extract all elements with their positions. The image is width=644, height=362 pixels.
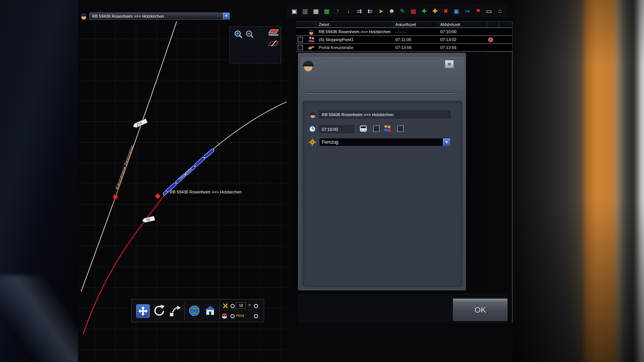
hand-tool-icon[interactable]: ➤	[376, 6, 386, 16]
table-row-service[interactable]: RB 59436 Rosenheim >>> Holzkirchen --:--…	[296, 28, 512, 36]
gradient-marker-lower-value: 70	[146, 218, 150, 222]
light-streak	[0, 275, 78, 362]
driver-avatar	[308, 28, 315, 36]
stop-marker-icon	[488, 37, 493, 43]
display-radio-3[interactable]	[231, 314, 235, 318]
row-zielort: (S) StoppingPoint1	[319, 37, 393, 42]
grid-icon[interactable]: ▦	[311, 6, 321, 16]
ok-button[interactable]: OK	[453, 298, 508, 321]
timetable-header: Zielort Ankunftszeit Abfahrtszeit	[296, 21, 512, 28]
row-abfahrtszeit: 07:13:56	[440, 45, 456, 50]
row-zielort: RB 59436 Rosenheim >>> Holzkirchen	[319, 29, 393, 34]
properties-icon[interactable]: ▣	[452, 6, 461, 16]
edit-icon[interactable]: ✎	[398, 6, 407, 16]
crossed-tools-icon[interactable]	[222, 303, 228, 309]
shift-right-icon[interactable]: ⇉	[355, 6, 364, 16]
add-service-icon[interactable]: ✚	[420, 6, 429, 16]
panel-edge-line	[512, 21, 513, 323]
column-ankunftszeit: Ankunftszeit	[395, 23, 416, 27]
delete-icon[interactable]: ▥	[301, 6, 310, 16]
row-abfahrtszeit: 07:13:02	[440, 37, 456, 42]
rotate-view-button[interactable]	[153, 304, 166, 317]
texture-grid-icon[interactable]: ▩	[409, 6, 418, 16]
map-panel[interactable]: 274 70 Kreuzstrasse Destination Kreuzstr…	[78, 21, 287, 362]
map-toolbar: 18 8 TS14	[131, 299, 264, 322]
timetable-rows: RB 59436 Rosenheim >>> Holzkirchen --:--…	[296, 28, 512, 52]
counter-label: 8	[249, 303, 251, 307]
row-zielort: Portal Kreuzstraße	[319, 45, 393, 50]
hand-icon	[308, 45, 315, 51]
track-right	[165, 102, 287, 193]
route-selector-dropdown[interactable]: RB 59436 Rosenheim >>> Holzkirchen ▼	[89, 12, 230, 20]
display-radio-2[interactable]	[254, 304, 258, 308]
passengers-option-checkbox[interactable]	[397, 126, 404, 132]
route-marker-dot[interactable]	[113, 195, 118, 199]
departure-time-input[interactable]	[319, 125, 354, 133]
zoom-out-button[interactable]	[245, 29, 255, 39]
edit-area-button[interactable]	[268, 40, 279, 48]
background-scene-left	[0, 0, 78, 362]
editor-screen: 274 70 Kreuzstrasse Destination Kreuzstr…	[0, 0, 644, 362]
passengers-icon[interactable]	[383, 124, 392, 132]
ruler-icon[interactable]: ▭	[484, 6, 494, 16]
table-row-stop[interactable]: (S) StoppingPoint1 07:11:05 07:13:02	[296, 36, 512, 44]
track-destination-label: Kreuzstrasse Destination	[114, 145, 134, 190]
move-arrows-icon	[137, 305, 149, 317]
route-name-label: RB 59436 Rosenheim >>> Holzkirchen	[170, 190, 241, 194]
display-radio-4[interactable]	[254, 314, 258, 318]
lower-icon[interactable]: ↓	[344, 6, 353, 16]
background-scene-right	[513, 0, 644, 362]
home-view-button[interactable]	[204, 305, 216, 317]
table-row-portal[interactable]: Portal Kreuzstraße 07:13:56 07:13:56	[296, 44, 512, 52]
red-white-ball-icon[interactable]	[221, 313, 227, 319]
pan-tool-button[interactable]	[136, 304, 150, 318]
service-name-field[interactable]	[319, 110, 450, 118]
grid-active-icon[interactable]: ▦	[322, 6, 332, 16]
train-icon[interactable]	[359, 125, 368, 132]
world-view-button[interactable]	[188, 305, 200, 317]
column-abfahrtszeit: Abfahrtszeit	[440, 23, 460, 27]
service-type-icon	[309, 138, 316, 146]
editor-toolbar: ▣ ▥ ▦ ▦ ↑ ↓ ⇉ ⇇ ➤ ☻ ✎ ▩ ✚ ✚ ✖ ▣ ⇒ ⚑ ▭ ⌂	[287, 5, 507, 17]
version-label: TS14	[236, 314, 244, 318]
map-zoom-panel	[229, 26, 281, 63]
jump-to-button[interactable]	[169, 304, 181, 317]
shift-left-icon[interactable]: ⇇	[366, 6, 375, 16]
home-icon	[204, 305, 216, 317]
close-button[interactable]: ×	[445, 60, 454, 68]
driver-tool-icon[interactable]: ☻	[387, 6, 397, 16]
row-abfahrtszeit: 07:10:00	[440, 29, 456, 34]
display-radio-1[interactable]	[231, 304, 235, 308]
rotate-icon	[153, 304, 166, 317]
row-checkbox[interactable]	[298, 45, 303, 50]
route-selector-value: RB 59436 Rosenheim >>> Holzkirchen	[92, 14, 164, 18]
row-ankunftszeit: 07:11:05	[395, 37, 411, 42]
row-ankunftszeit: 07:13:56	[395, 45, 412, 50]
frame-value-box[interactable]: 18	[236, 302, 246, 309]
train-track-label: Kreuzstrasse	[178, 167, 193, 181]
passengers-icon	[308, 36, 315, 44]
route-marker-dot[interactable]	[155, 194, 160, 198]
raise-icon[interactable]: ↑	[333, 6, 343, 16]
dropdown-arrow-icon[interactable]: ▼	[443, 138, 450, 146]
jump-icon	[169, 304, 181, 317]
dropdown-arrow-icon[interactable]: ▼	[223, 13, 229, 19]
draw-area-button[interactable]	[268, 28, 279, 37]
dialog-body: Fernzug ▼	[302, 101, 463, 287]
flag-icon[interactable]: ⚑	[473, 6, 483, 16]
dialog-divider	[307, 92, 454, 94]
driver-avatar	[80, 12, 88, 20]
portal-tool-icon[interactable]: ⇒	[463, 6, 472, 16]
train-option-checkbox[interactable]	[373, 126, 380, 132]
row-checkbox[interactable]	[298, 37, 303, 42]
depot-icon[interactable]: ⌂	[495, 6, 504, 16]
service-type-value: Fernzug	[322, 140, 338, 145]
save-icon[interactable]: ▣	[290, 6, 299, 16]
zoom-in-button[interactable]	[234, 29, 243, 39]
service-type-dropdown[interactable]: Fernzug ▼	[319, 138, 450, 146]
add-stop-icon[interactable]: ✚	[430, 6, 440, 16]
delete-service-icon[interactable]: ✖	[441, 6, 450, 16]
driver-avatar	[301, 58, 315, 72]
row-ankunftszeit: --:--:--	[395, 29, 406, 34]
column-zielort: Zielort	[319, 23, 329, 27]
